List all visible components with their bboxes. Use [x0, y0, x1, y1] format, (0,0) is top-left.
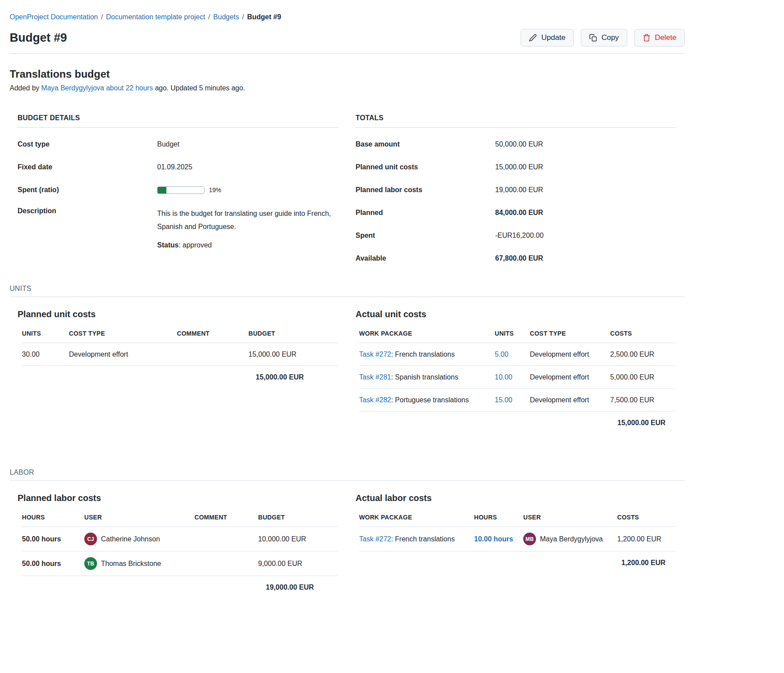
fixed-date-label: Fixed date — [18, 163, 157, 171]
description-text: This is the budget for translating user … — [157, 207, 333, 233]
actual-unit-costs-table: WORK PACKAGE UNITS COST TYPE COSTS Task … — [356, 327, 676, 434]
budget-details-heading: BUDGET DETAILS — [18, 114, 338, 128]
work-package-link[interactable]: Task #281 — [359, 373, 391, 381]
user-cell: CJ Catherine Johnson — [84, 527, 194, 551]
delete-button[interactable]: Delete — [634, 29, 685, 47]
page-title: Budget #9 — [10, 31, 67, 45]
planned-labor-costs: Planned labor costs HOURS USER COMMENT B… — [18, 481, 338, 599]
actual-unit-costs: Actual unit costs WORK PACKAGE UNITS COS… — [356, 297, 676, 434]
table-row: Task #282: Portuguese translations 15.00… — [359, 389, 676, 412]
units-section-label: UNITS — [10, 285, 685, 297]
description-label: Description — [18, 207, 157, 215]
breadcrumb-separator: / — [242, 13, 244, 21]
description-row: Description This is the budget for trans… — [18, 201, 338, 249]
table-header: WORK PACKAGE HOURS USER COSTS — [359, 511, 676, 527]
hours-cell: 50.00 hours — [22, 530, 84, 549]
breadcrumb-link-documentation-template-project[interactable]: Documentation template project — [106, 13, 205, 21]
spent-ratio-label: Spent (ratio) — [18, 186, 157, 194]
progress-percent: 19% — [209, 186, 221, 193]
breadcrumb-link-budgets[interactable]: Budgets — [213, 13, 239, 21]
costs-cell: 1,200.00 EUR — [617, 530, 676, 549]
cost-type-value: Budget — [157, 140, 338, 148]
actual-unit-costs-heading: Actual unit costs — [356, 309, 676, 319]
avatar: MB — [523, 533, 536, 545]
breadcrumb-separator: / — [101, 13, 103, 21]
table-header: WORK PACKAGE UNITS COST TYPE COSTS — [359, 327, 676, 343]
actual-unit-costs-total: 15,000.00 EUR — [359, 412, 676, 434]
author-link[interactable]: Maya Berdygylyjova about 22 hours — [41, 84, 153, 92]
totals-row-base-amount: Base amount 50,000.00 EUR — [356, 133, 676, 156]
pencil-icon — [529, 34, 537, 42]
units-link[interactable]: 5.00 — [495, 351, 508, 358]
totals-row-planned: Planned 84,000.00 EUR — [356, 201, 676, 224]
planned-unit-costs: Planned unit costs UNITS COST TYPE COMME… — [18, 297, 338, 434]
fixed-date-row: Fixed date 01.09.2025 — [18, 156, 338, 179]
work-package-cell: Task #282: Portuguese translations — [359, 390, 495, 410]
planned-unit-costs-heading: Planned unit costs — [18, 309, 338, 319]
user-name: Maya Berdygylyjova — [540, 535, 603, 543]
fixed-date-value: 01.09.2025 — [157, 163, 338, 171]
costs-cell: 7,500.00 EUR — [610, 390, 676, 410]
comment-cell — [177, 349, 248, 360]
work-package-cell: Task #272: French translations — [359, 345, 495, 364]
units-link[interactable]: 10.00 — [495, 373, 512, 381]
work-package-link[interactable]: Task #282 — [359, 396, 391, 404]
costs-cell: 5,000.00 EUR — [610, 368, 676, 387]
progress-bar — [157, 186, 205, 194]
cost-type-cell: Development effort — [530, 368, 610, 387]
cost-type-label: Cost type — [18, 140, 157, 148]
trash-icon — [643, 34, 651, 42]
hours-cell: 50.00 hours — [22, 554, 84, 573]
cost-type-cell: Development effort — [530, 345, 610, 364]
table-header: HOURS USER COMMENT BUDGET — [22, 511, 338, 527]
budget-details-section: BUDGET DETAILS Cost type Budget Fixed da… — [18, 114, 338, 270]
breadcrumb-link-openproject-documentation[interactable]: OpenProject Documentation — [10, 13, 98, 21]
table-row: Task #272: French translations 10.00 hou… — [359, 527, 676, 551]
cost-type-cell: Development effort — [530, 390, 610, 410]
status-line: Status: approved — [157, 241, 338, 249]
table-row: Task #272: French translations 5.00 Deve… — [359, 343, 676, 366]
planned-unit-costs-table: UNITS COST TYPE COMMENT BUDGET 30.00 Dev… — [18, 327, 338, 389]
hours-link[interactable]: 10.00 hours — [474, 535, 513, 543]
user-cell: MB Maya Berdygylyjova — [523, 527, 617, 551]
totals-row-available: Available 67,800.00 EUR — [356, 247, 676, 270]
totals-heading: TOTALS — [356, 114, 676, 128]
table-row: 50.00 hours CJ Catherine Johnson 10,000.… — [22, 527, 338, 551]
copy-button[interactable]: Copy — [581, 29, 627, 47]
work-package-link[interactable]: Task #272 — [359, 535, 391, 543]
spent-ratio-progress: 19% — [157, 186, 338, 194]
table-row: Task #281: Spanish translations 10.00 De… — [359, 366, 676, 389]
toolbar: Update Copy Delete — [521, 29, 685, 47]
costs-cell: 2,500.00 EUR — [610, 345, 676, 364]
header-divider — [10, 54, 685, 54]
comment-cell — [194, 533, 258, 545]
table-row: 30.00 Development effort 15,000.00 EUR — [22, 343, 338, 366]
comment-cell — [194, 558, 258, 569]
user-cell: TB Thomas Brickstone — [84, 551, 194, 576]
budget-cell: 9,000.00 EUR — [258, 554, 338, 573]
budget-cell: 10,000.00 EUR — [258, 530, 338, 549]
actual-labor-costs-heading: Actual labor costs — [356, 493, 676, 503]
planned-labor-costs-table: HOURS USER COMMENT BUDGET 50.00 hours CJ… — [18, 511, 338, 599]
title-row: Budget #9 Update Copy Delete — [10, 29, 685, 47]
units-cell: 15.00 — [495, 390, 530, 410]
breadcrumb: OpenProject Documentation/Documentation … — [10, 12, 685, 22]
units-link[interactable]: 15.00 — [495, 396, 512, 404]
attribute-groups: BUDGET DETAILS Cost type Budget Fixed da… — [10, 114, 685, 270]
update-button[interactable]: Update — [521, 29, 574, 47]
copy-icon — [589, 34, 597, 42]
hours-cell: 10.00 hours — [474, 530, 523, 549]
work-package-cell: Task #272: French translations — [359, 530, 474, 549]
progress-bar-fill — [158, 187, 166, 193]
planned-labor-costs-total: 19,000.00 EUR — [22, 576, 338, 599]
spent-ratio-row: Spent (ratio) 19% — [18, 179, 338, 201]
totals-row-planned-unit-costs: Planned unit costs 15,000.00 EUR — [356, 156, 676, 179]
work-package-cell: Task #281: Spanish translations — [359, 368, 495, 387]
table-row: 50.00 hours TB Thomas Brickstone 9,000.0… — [22, 551, 338, 576]
planned-labor-costs-heading: Planned labor costs — [18, 493, 338, 503]
budget-name: Translations budget — [10, 68, 685, 80]
breadcrumb-current: Budget #9 — [247, 13, 281, 21]
work-package-link[interactable]: Task #272 — [359, 351, 391, 358]
avatar: CJ — [84, 533, 97, 545]
totals-row-planned-labor-costs: Planned labor costs 19,000.00 EUR — [356, 179, 676, 201]
